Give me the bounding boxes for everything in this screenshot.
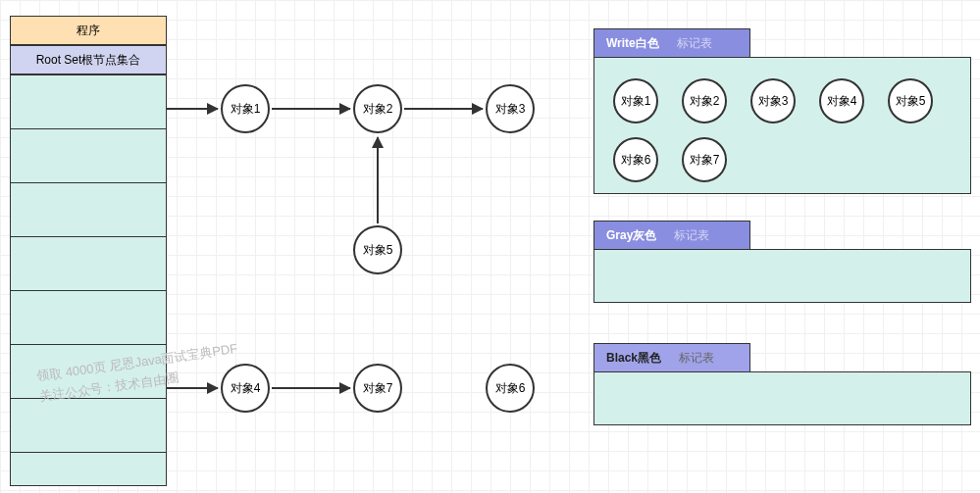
arrow-2-to-3 [404,108,483,110]
white-item-3: 对象3 [750,78,796,123]
white-item-2: 对象2 [682,78,727,123]
node-obj7: 对象7 [353,364,402,413]
white-tab-title: Write白色 [606,35,659,52]
gray-tab-sub: 标记表 [674,227,709,244]
rootset-header: Root Set根节点集合 [10,45,167,74]
arrow-5-to-2 [377,137,379,223]
black-tab-sub: 标记表 [679,350,714,367]
row-divider [10,344,167,345]
program-header: 程序 [10,16,167,45]
arrow-root-to-4 [167,387,218,389]
gray-body [593,249,971,303]
black-tab-title: Black黑色 [606,350,661,367]
row-divider [10,290,167,291]
white-item-5: 对象5 [888,78,933,123]
white-tab-sub: 标记表 [677,35,712,52]
row-divider [10,236,167,237]
node-obj1: 对象1 [221,84,270,133]
arrow-4-to-7 [272,387,350,389]
row-divider [10,128,167,129]
white-item-1: 对象1 [613,78,658,123]
node-obj3: 对象3 [486,84,535,133]
node-obj2: 对象2 [353,84,402,133]
node-obj5: 对象5 [353,225,402,274]
gray-tab: Gray灰色 标记表 [593,221,750,250]
node-obj4: 对象4 [221,364,270,413]
node-obj6: 对象6 [486,364,535,413]
black-tab: Black黑色 标记表 [593,343,750,372]
white-item-6: 对象6 [613,137,658,182]
black-body [593,371,971,425]
white-tab: Write白色 标记表 [593,28,750,58]
white-item-4: 对象4 [819,78,864,123]
white-item-7: 对象7 [682,137,727,182]
row-divider [10,452,167,453]
row-divider [10,182,167,183]
root-set-body [10,74,167,486]
arrow-root-to-1 [167,108,218,110]
row-divider [10,398,167,399]
gray-tab-title: Gray灰色 [606,227,656,244]
arrow-1-to-2 [272,108,350,110]
